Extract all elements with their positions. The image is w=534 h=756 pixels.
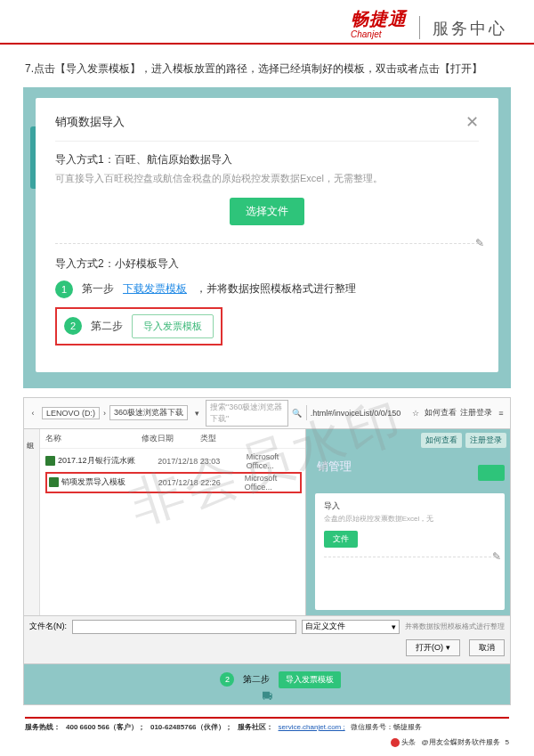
- folder-select[interactable]: 360极速浏览器下载: [109, 405, 188, 420]
- truck-icon: ⛟: [262, 690, 272, 703]
- import-template-button[interactable]: 导入发票模板: [132, 314, 214, 338]
- bg-method-desc: 金盘的原始税控发票数据Excel，无: [324, 514, 496, 524]
- url-field[interactable]: .html#/invoiceList/0/0/150: [311, 409, 407, 418]
- step2-label: 第二步: [91, 319, 123, 334]
- brand-block: 畅捷通 Chanjet 服务中心: [351, 7, 507, 39]
- sidebar-organize[interactable]: 组织: [24, 429, 40, 615]
- tab-howto[interactable]: 如何查看: [425, 407, 457, 419]
- page-footer: 服务热线： 400 6600 566（客户）； 010-62485766（伙伴）…: [0, 717, 534, 747]
- method1-desc: 可直接导入百旺税控盘或航信金税盘的原始税控发票数据Excel，无需整理。: [55, 171, 479, 187]
- community-label: 服务社区：: [238, 722, 273, 732]
- brand-cn: 畅捷通: [351, 7, 407, 31]
- toutiao-icon: [391, 738, 400, 747]
- hotline-label: 服务热线：: [25, 722, 61, 732]
- chevron-down-icon: ▾: [446, 643, 450, 652]
- background-app-pane: 如何查看 注册登录 销管理 导入 金盘的原始税控发票数据Excel，无 文件 ✎: [306, 429, 510, 615]
- step2-highlight: 2 第二步 导入发票模板: [55, 307, 222, 345]
- path-bar: ‹ LENOVO (D:) › 360极速浏览器下载 ▾ 搜索"360极速浏览器…: [23, 397, 511, 429]
- import-dialog: 销项数据导入 ✕ 导入方式1：百旺、航信原始数据导入 可直接导入百旺税控盘或航信…: [36, 98, 498, 372]
- hotline-customer: 400 6600 566（客户）；: [66, 722, 145, 732]
- col-date[interactable]: 修改日期: [142, 433, 174, 444]
- search-folder-input[interactable]: 搜索"360极速浏览器下载": [206, 400, 288, 427]
- lower-strip: 2 第二步 导入发票模板 ⛟: [23, 664, 511, 705]
- brand-separator: [419, 16, 420, 39]
- brand-service: 服务中心: [433, 18, 507, 39]
- filetype-select[interactable]: 自定义文件▾: [302, 620, 400, 634]
- bg-tab1[interactable]: 如何查看: [421, 433, 462, 448]
- screenshot-area: 销项数据导入 ✕ 导入方式1：百旺、航信原始数据导入 可直接导入百旺税控盘或航信…: [23, 87, 511, 705]
- method1-title: 导入方式1：百旺、航信原始数据导入: [55, 152, 479, 167]
- drive-select[interactable]: LENOVO (D:): [42, 407, 100, 419]
- tab-login[interactable]: 注册登录: [460, 407, 492, 419]
- chevron-down-icon[interactable]: ▾: [191, 409, 202, 418]
- filepicker-bottom: 文件名(N): 自定义文件▾ 并将数据按照模板格式进行整理 打开(O)▾ 取消: [23, 616, 511, 664]
- step1-number: 1: [55, 280, 73, 298]
- close-icon[interactable]: ✕: [465, 112, 479, 132]
- file-row-selected[interactable]: 销项发票导入模板 2017/12/18 22:26 Microsoft Offi…: [45, 472, 302, 493]
- method2-title: 导入方式2：小好模板导入: [55, 256, 479, 272]
- page-number: 5: [506, 738, 509, 746]
- cancel-button[interactable]: 取消: [469, 639, 505, 656]
- wechat-label: 微信服务号：畅捷服务: [351, 722, 422, 732]
- hotline-partner: 010-62485766（伙伴）；: [150, 722, 232, 732]
- mini-import-button[interactable]: 导入发票模板: [279, 671, 341, 688]
- back-icon[interactable]: ‹: [28, 409, 38, 418]
- menu-icon[interactable]: ≡: [496, 409, 506, 418]
- pen-icon: ✎: [492, 550, 501, 563]
- path-sep: ›: [103, 409, 106, 418]
- file-list-pane: 组织 名称 修改日期 类型 2017.12月银行流水账 2017/12/18 2…: [24, 429, 306, 615]
- step2-number: 2: [64, 317, 82, 335]
- bg-file-button[interactable]: 文件: [324, 531, 358, 548]
- filepicker-area: ‹ LENOVO (D:) › 360极速浏览器下载 ▾ 搜索"360极速浏览器…: [23, 397, 511, 705]
- divider: ✎: [55, 243, 479, 244]
- select-file-button[interactable]: 选择文件: [230, 198, 304, 225]
- bg-note: 并将数据按照模板格式进行整理: [405, 622, 505, 631]
- dialog-backdrop: 销项数据导入 ✕ 导入方式1：百旺、航信原始数据导入 可直接导入百旺税控盘或航信…: [23, 87, 511, 388]
- excel-icon: [49, 477, 59, 487]
- step2-row: 2 第二步 导入发票模板: [55, 307, 479, 345]
- dialog-title: 销项数据导入: [55, 114, 125, 130]
- toutiao-handle: @用友金蝶财务软件服务: [421, 737, 499, 747]
- col-name[interactable]: 名称: [45, 433, 61, 444]
- mini-step2-label: 第二步: [243, 673, 270, 686]
- step1-label: 第一步: [82, 281, 114, 297]
- filename-label: 文件名(N):: [29, 621, 67, 632]
- search-icon[interactable]: 🔍: [292, 409, 303, 418]
- excel-icon: [45, 456, 55, 466]
- pen-icon: ✎: [475, 237, 484, 249]
- col-type[interactable]: 类型: [200, 433, 216, 444]
- file-row[interactable]: 2017.12月银行流水账 2017/12/18 23:03 Microsoft…: [45, 451, 302, 472]
- star-icon[interactable]: ☆: [410, 409, 421, 418]
- bg-green-button[interactable]: [478, 465, 505, 481]
- step1-row: 1 第一步 下载发票模板 ，并将数据按照模板格式进行整理: [55, 280, 479, 298]
- filename-input[interactable]: [72, 620, 296, 634]
- instruction-text: 7.点击【导入发票模板】，进入模板放置的路径，选择已经填制好的模板，双击或者点击…: [0, 45, 534, 80]
- bg-method-label: 导入: [324, 500, 496, 512]
- download-template-link[interactable]: 下载发票模板: [123, 281, 187, 297]
- bg-tab2[interactable]: 注册登录: [465, 433, 506, 448]
- toutiao-badge: 头条: [391, 737, 416, 747]
- step1-suffix: ，并将数据按照模板格式进行整理: [196, 281, 356, 297]
- mini-step2-number: 2: [220, 672, 234, 687]
- page-header: 畅捷通 Chanjet 服务中心: [0, 0, 534, 45]
- community-link[interactable]: service.chanjet.com ;: [279, 723, 345, 731]
- open-button[interactable]: 打开(O)▾: [406, 639, 460, 656]
- chevron-down-icon: ▾: [392, 622, 396, 631]
